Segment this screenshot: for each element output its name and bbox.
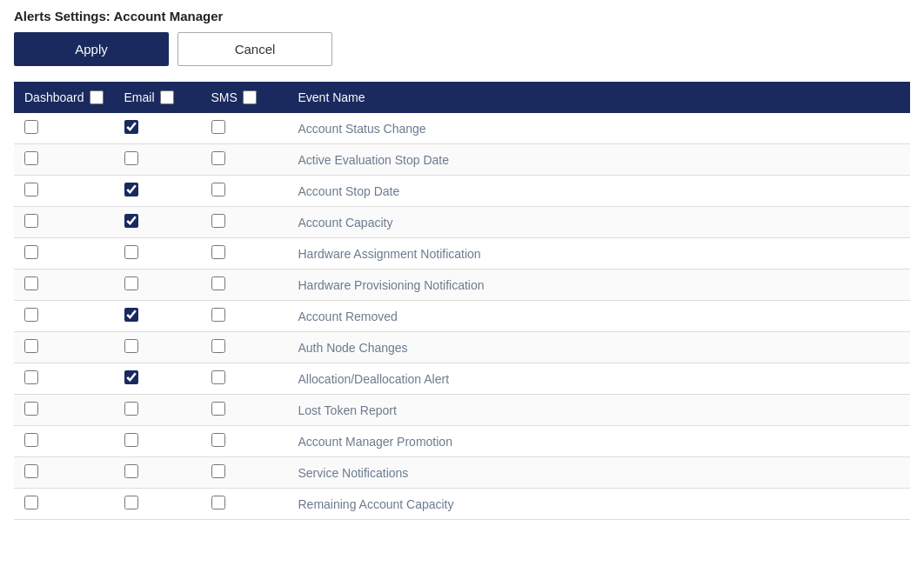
- checkbox-email-3[interactable]: [124, 183, 138, 196]
- cancel-button[interactable]: Cancel: [177, 32, 332, 66]
- checkbox-dashboard-9[interactable]: [24, 370, 38, 384]
- table-row: Remaining Account Capacity: [14, 489, 910, 520]
- checkbox-email-7[interactable]: [124, 308, 138, 322]
- checkbox-sms-9[interactable]: [211, 370, 225, 384]
- checkbox-sms-2[interactable]: [211, 151, 225, 165]
- checkbox-email-11[interactable]: [124, 433, 138, 447]
- cell-sms-1: [201, 113, 288, 144]
- checkbox-dashboard-6[interactable]: [24, 276, 38, 290]
- checkbox-dashboard-8[interactable]: [24, 339, 38, 353]
- col-header-event: Event Name: [288, 82, 911, 113]
- checkbox-dashboard-10[interactable]: [24, 402, 38, 416]
- cell-event-8: Auth Node Changes: [288, 332, 911, 363]
- cell-email-7: [114, 301, 201, 332]
- checkbox-email-5[interactable]: [124, 245, 138, 259]
- cell-dashboard-8: [14, 332, 114, 363]
- checkbox-sms-4[interactable]: [211, 214, 225, 228]
- checkbox-email-2[interactable]: [124, 151, 138, 165]
- cell-sms-2: [201, 144, 288, 176]
- cell-email-6: [114, 270, 201, 301]
- checkbox-dashboard-13[interactable]: [24, 496, 38, 509]
- cell-sms-3: [201, 176, 288, 207]
- checkbox-email-9[interactable]: [124, 370, 138, 384]
- cell-event-4: Account Capacity: [288, 207, 911, 238]
- checkbox-dashboard-3[interactable]: [24, 183, 38, 196]
- cell-dashboard-12: [14, 457, 114, 489]
- cell-dashboard-9: [14, 363, 114, 395]
- toolbar: Apply Cancel: [14, 32, 910, 66]
- header-email-label: Email: [124, 90, 155, 104]
- table-row: Hardware Assignment Notification: [14, 238, 910, 270]
- header-sms-checkbox[interactable]: [243, 90, 257, 104]
- cell-event-12: Service Notifications: [288, 457, 911, 489]
- checkbox-email-12[interactable]: [124, 464, 138, 478]
- checkbox-sms-1[interactable]: [211, 120, 225, 134]
- cell-event-1: Account Status Change: [288, 113, 911, 144]
- cell-dashboard-5: [14, 238, 114, 270]
- cell-dashboard-1: [14, 113, 114, 144]
- checkbox-dashboard-4[interactable]: [24, 214, 38, 228]
- cell-email-5: [114, 238, 201, 270]
- cell-dashboard-6: [14, 270, 114, 301]
- checkbox-dashboard-12[interactable]: [24, 464, 38, 478]
- header-dashboard-label: Dashboard: [24, 90, 84, 104]
- cell-sms-7: [201, 301, 288, 332]
- apply-button[interactable]: Apply: [14, 32, 169, 66]
- table-row: Auth Node Changes: [14, 332, 910, 363]
- checkbox-sms-6[interactable]: [211, 276, 225, 290]
- checkbox-email-10[interactable]: [124, 402, 138, 416]
- cell-email-1: [114, 113, 201, 144]
- checkbox-sms-3[interactable]: [211, 183, 225, 196]
- checkbox-sms-7[interactable]: [211, 308, 225, 322]
- checkbox-email-6[interactable]: [124, 276, 138, 290]
- cell-email-9: [114, 363, 201, 395]
- checkbox-sms-5[interactable]: [211, 245, 225, 259]
- cell-email-2: [114, 144, 201, 176]
- col-header-sms: SMS: [201, 82, 288, 113]
- checkbox-dashboard-5[interactable]: [24, 245, 38, 259]
- checkbox-email-1[interactable]: [124, 120, 138, 134]
- cell-sms-9: [201, 363, 288, 395]
- cell-sms-5: [201, 238, 288, 270]
- checkbox-email-8[interactable]: [124, 339, 138, 353]
- cell-dashboard-10: [14, 395, 114, 426]
- cell-email-8: [114, 332, 201, 363]
- checkbox-dashboard-1[interactable]: [24, 120, 38, 134]
- cell-sms-8: [201, 332, 288, 363]
- alerts-table: Dashboard Email SMS Event Name A: [14, 82, 910, 520]
- checkbox-sms-10[interactable]: [211, 402, 225, 416]
- table-row: Service Notifications: [14, 457, 910, 489]
- header-sms-label: SMS: [211, 90, 238, 104]
- cell-dashboard-2: [14, 144, 114, 176]
- cell-email-13: [114, 489, 201, 520]
- cell-event-6: Hardware Provisioning Notification: [288, 270, 911, 301]
- checkbox-sms-12[interactable]: [211, 464, 225, 478]
- checkbox-dashboard-2[interactable]: [24, 151, 38, 165]
- cell-event-2: Active Evaluation Stop Date: [288, 144, 911, 176]
- header-email-checkbox[interactable]: [160, 90, 174, 104]
- cell-sms-10: [201, 395, 288, 426]
- cell-dashboard-3: [14, 176, 114, 207]
- cell-email-10: [114, 395, 201, 426]
- table-row: Active Evaluation Stop Date: [14, 144, 910, 176]
- cell-dashboard-13: [14, 489, 114, 520]
- table-header-row: Dashboard Email SMS Event Name: [14, 82, 910, 113]
- checkbox-sms-11[interactable]: [211, 433, 225, 447]
- checkbox-sms-13[interactable]: [211, 496, 225, 509]
- checkbox-dashboard-7[interactable]: [24, 308, 38, 322]
- cell-dashboard-7: [14, 301, 114, 332]
- cell-sms-12: [201, 457, 288, 489]
- cell-dashboard-11: [14, 426, 114, 457]
- cell-event-10: Lost Token Report: [288, 395, 911, 426]
- checkbox-email-13[interactable]: [124, 496, 138, 509]
- cell-email-3: [114, 176, 201, 207]
- header-dashboard-checkbox[interactable]: [90, 90, 104, 104]
- cell-event-5: Hardware Assignment Notification: [288, 238, 911, 270]
- cell-sms-6: [201, 270, 288, 301]
- cell-sms-11: [201, 426, 288, 457]
- table-row: Hardware Provisioning Notification: [14, 270, 910, 301]
- checkbox-email-4[interactable]: [124, 214, 138, 228]
- checkbox-sms-8[interactable]: [211, 339, 225, 353]
- checkbox-dashboard-11[interactable]: [24, 433, 38, 447]
- table-row: Account Status Change: [14, 113, 910, 144]
